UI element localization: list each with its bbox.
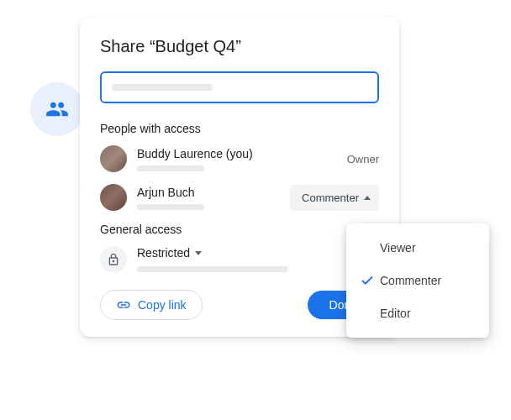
general-access-row: Restricted bbox=[100, 246, 379, 273]
copy-link-button[interactable]: Copy link bbox=[100, 290, 203, 320]
input-placeholder-skeleton bbox=[112, 84, 213, 91]
avatar bbox=[100, 145, 127, 172]
person-row-owner: Buddy Laurence (you) Owner bbox=[100, 145, 379, 172]
role-dropdown-button[interactable]: Commenter bbox=[290, 185, 379, 211]
dropdown-option-editor[interactable]: Editor bbox=[346, 297, 489, 329]
add-people-input[interactable] bbox=[100, 71, 379, 103]
link-icon bbox=[116, 297, 131, 312]
people-icon bbox=[45, 97, 69, 121]
owner-label: Owner bbox=[347, 153, 379, 165]
person-info: Arjun Buch bbox=[137, 186, 290, 210]
person-row-collaborator: Arjun Buch Commenter bbox=[100, 184, 379, 211]
people-with-access-header: People with access bbox=[100, 122, 379, 135]
dropdown-option-label: Viewer bbox=[380, 241, 416, 255]
role-dropdown-label: Commenter bbox=[302, 192, 359, 204]
person-info: Buddy Laurence (you) bbox=[137, 147, 347, 171]
check-icon bbox=[360, 273, 375, 288]
general-access-info: Restricted bbox=[137, 246, 379, 272]
person-name: Arjun Buch bbox=[137, 186, 290, 199]
person-email-skeleton bbox=[137, 165, 204, 171]
access-level-dropdown[interactable]: Restricted bbox=[137, 246, 379, 260]
role-dropdown-menu: Viewer Commenter Editor bbox=[346, 223, 489, 338]
chevron-up-icon bbox=[364, 196, 371, 200]
avatar bbox=[100, 184, 127, 211]
general-access-header: General access bbox=[100, 223, 379, 236]
dialog-title: Share “Budget Q4” bbox=[100, 37, 379, 56]
dialog-footer: Copy link Done bbox=[100, 290, 379, 320]
check-slot bbox=[360, 273, 380, 288]
people-decorative-badge bbox=[30, 82, 84, 136]
person-email-skeleton bbox=[137, 204, 204, 210]
access-description-skeleton bbox=[137, 266, 288, 272]
dropdown-option-commenter[interactable]: Commenter bbox=[346, 264, 489, 297]
access-level-label: Restricted bbox=[137, 246, 190, 260]
copy-link-label: Copy link bbox=[138, 298, 187, 312]
lock-icon-container bbox=[100, 246, 127, 273]
dropdown-option-viewer[interactable]: Viewer bbox=[346, 232, 489, 264]
dropdown-option-label: Commenter bbox=[380, 274, 441, 287]
chevron-down-icon bbox=[195, 251, 202, 255]
person-name: Buddy Laurence (you) bbox=[137, 147, 347, 160]
lock-icon bbox=[107, 253, 120, 266]
dropdown-option-label: Editor bbox=[380, 307, 411, 320]
